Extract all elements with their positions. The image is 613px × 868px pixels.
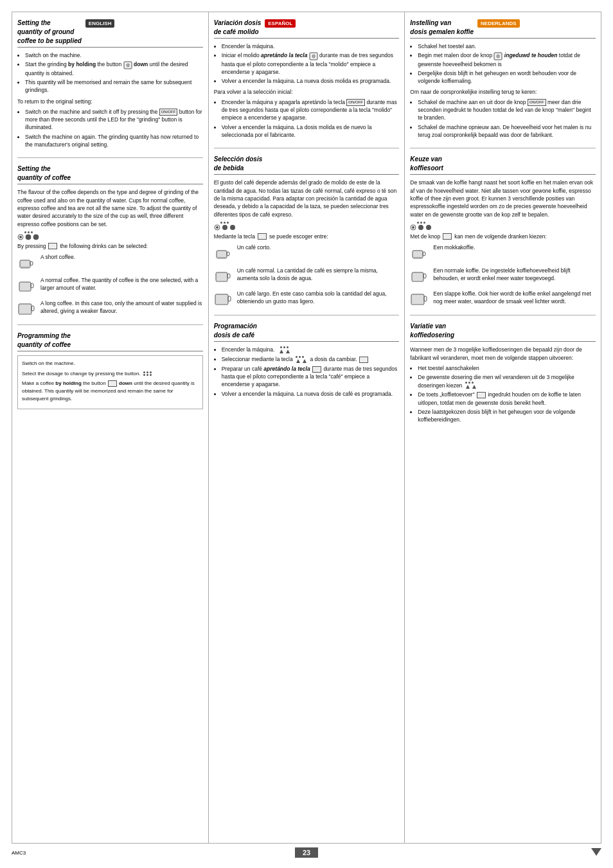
press-row-es: Mediante la tecla se puede escoger entre… (214, 233, 400, 240)
key-icon-prog (108, 380, 117, 387)
section-title-instelling: Instelling vandosis gemalen koffie NEDER… (410, 19, 596, 39)
key-icon-nl-prog (477, 392, 486, 398)
cup-list: A short coffee. A normal coffee. The qu (17, 254, 203, 318)
section-body-variacion: Encender la máquina. Iniciar el molido a… (214, 42, 400, 139)
list-item: Schakel het toestel aan. (418, 42, 596, 50)
svg-text:⚙: ⚙ (312, 54, 315, 58)
svg-point-35 (426, 225, 431, 230)
list-item: De gewenste dosering die men wil verande… (418, 373, 596, 389)
onoff-icon: ON/OFF (159, 109, 178, 116)
press-row: By pressing the following drinks can be … (17, 242, 203, 250)
svg-marker-45 (591, 848, 601, 856)
list-item: Het toestel aanschakelen (418, 364, 596, 372)
key-icon-es2 (359, 357, 368, 363)
cup-icon-nl-normal (410, 267, 428, 285)
svg-rect-29 (215, 304, 228, 305)
cup-icon-nl-lungo (410, 290, 428, 308)
cup-icon-lungo (17, 300, 35, 318)
section-title-variacion: Variación dosisde café molido ESPAÑOL (214, 19, 400, 39)
section-variatie-koffiedosering: Variatie vankoffiedosering Wanneer men d… (410, 322, 596, 432)
cup-item-short: A short coffee. (17, 254, 203, 272)
list-item: Switch the machine on again. The grindin… (25, 133, 203, 149)
lang-badge-english: ENGLISH (85, 19, 115, 28)
section-body-keuze: De smaak van de koffie hangt naast het s… (410, 179, 596, 308)
svg-rect-38 (413, 257, 423, 258)
svg-point-34 (418, 225, 423, 230)
press-row-nl: Met de knop kan men de volgende dranken … (410, 233, 596, 240)
coffee-icons-row-nl (410, 222, 596, 231)
svg-point-3 (19, 236, 22, 238)
section-body-instelling: Schakel het toestel aan. Begin met malen… (410, 42, 596, 139)
svg-rect-26 (216, 281, 227, 282)
list-item: Schakel de machine aan en uit door de kn… (418, 98, 596, 122)
section-body-setting-coffee: The flavour of the coffee depends on the… (17, 188, 203, 318)
col-english: Setting thequantity of groundcoffee to b… (12, 12, 209, 843)
col-espanol: Variación dosisde café molido ESPAÑOL En… (209, 12, 405, 843)
svg-rect-12 (19, 304, 31, 314)
svg-point-33 (412, 226, 414, 229)
main-columns: Setting thequantity of groundcoffee to b… (12, 12, 601, 844)
key-button-es (258, 233, 267, 240)
svg-text:⚙: ⚙ (496, 54, 500, 58)
cup-item-es-short: Un café corto. (214, 244, 400, 262)
cup-item-es-normal: Un café normal. La cantidad de café es s… (214, 267, 400, 285)
list-item: Volver a encender la máquina. La nueva d… (222, 390, 400, 398)
section-setting-coffee: Setting thequantity of coffee The flavou… (17, 164, 203, 325)
svg-rect-10 (31, 283, 33, 288)
section-title-setting-coffee: Setting thequantity of coffee (17, 164, 203, 184)
key-button-nl (443, 233, 452, 240)
list-item: Encender la máquina. (222, 42, 400, 50)
svg-point-4 (26, 235, 31, 240)
dots-display (17, 231, 39, 240)
svg-text:⚙: ⚙ (126, 63, 130, 67)
list-item: This quantity will be memorised and rema… (25, 78, 203, 94)
section-variacion-dosis: Variación dosisde café molido ESPAÑOL En… (214, 19, 400, 148)
coffee-icons-row (17, 231, 203, 240)
svg-rect-25 (227, 274, 230, 278)
svg-rect-44 (411, 304, 424, 305)
svg-rect-11 (19, 290, 31, 292)
list-item: Preparar un café apretándo la tecla dura… (222, 365, 400, 389)
section-programming-coffee: Programming thequantity of coffee Switch… (17, 332, 203, 420)
section-keuze-koffiesoort: Keuze vankoffiesoort De smaak van de kof… (410, 155, 596, 315)
list-item: Switch on the machine. (25, 51, 203, 59)
section-body-seleccion: El gusto del café depende además del gra… (214, 179, 400, 308)
cup-icon-es-lungo (214, 290, 232, 308)
svg-rect-39 (412, 272, 423, 281)
svg-rect-42 (411, 294, 424, 305)
svg-rect-13 (31, 306, 34, 311)
section-title-setting-ground: Setting thequantity of groundcoffee to b… (17, 19, 203, 48)
svg-rect-8 (20, 267, 30, 268)
lang-badge-espanol: ESPAÑOL (265, 19, 296, 28)
section-setting-ground: Setting thequantity of groundcoffee to b… (17, 19, 203, 158)
onoff-icon-es: ON/OFF (346, 99, 365, 106)
cup-icon-es-normal (214, 267, 232, 285)
svg-point-5 (33, 235, 39, 240)
section-body-programacion: Encender la máquina. Seleccionar mediant… (214, 346, 400, 398)
section-title-variatie: Variatie vankoffiedosering (410, 322, 596, 342)
footer-label: AMC3 (12, 850, 26, 856)
svg-rect-23 (217, 257, 227, 258)
svg-rect-7 (30, 261, 33, 265)
cup-item-nl-short: Een mokkakoffie. (410, 244, 596, 262)
cup-icon-short (17, 254, 35, 272)
section-body-programming-coffee: Switch on the machine. Select the dosage… (17, 355, 203, 409)
cup-icon-normal (17, 277, 35, 295)
cup-icon-es-short (214, 244, 232, 262)
list-item: Volver a encender la máquina. La nueva d… (222, 77, 400, 85)
svg-rect-40 (423, 274, 426, 278)
dots-small (143, 371, 152, 376)
list-item: Encender la máquina. (222, 346, 400, 354)
list-item: Volver a encender la máquina. La dosis m… (222, 123, 400, 139)
section-seleccion-dosis: Selección dosisde bebida El gusto del ca… (214, 155, 400, 315)
svg-rect-27 (215, 294, 228, 305)
section-title-keuze: Keuze vankoffiesoort (410, 155, 596, 175)
list-item: Schakel de machine opnieuw aan. De hoeve… (418, 123, 596, 139)
section-programacion-dosis: Programacióndosis de café Encender la má… (214, 322, 400, 407)
cup-icon-nl-short (410, 244, 428, 262)
list-item: De toets „koffietoevoer" ingedrukt houde… (418, 391, 596, 407)
grind-icon: ⚙ (123, 61, 132, 69)
section-body-variatie: Wanneer men de 3 mogelijke koffiedoserin… (410, 346, 596, 423)
svg-rect-43 (424, 296, 427, 301)
section-body-setting-ground: Switch on the machine. Start the grindin… (17, 51, 203, 148)
